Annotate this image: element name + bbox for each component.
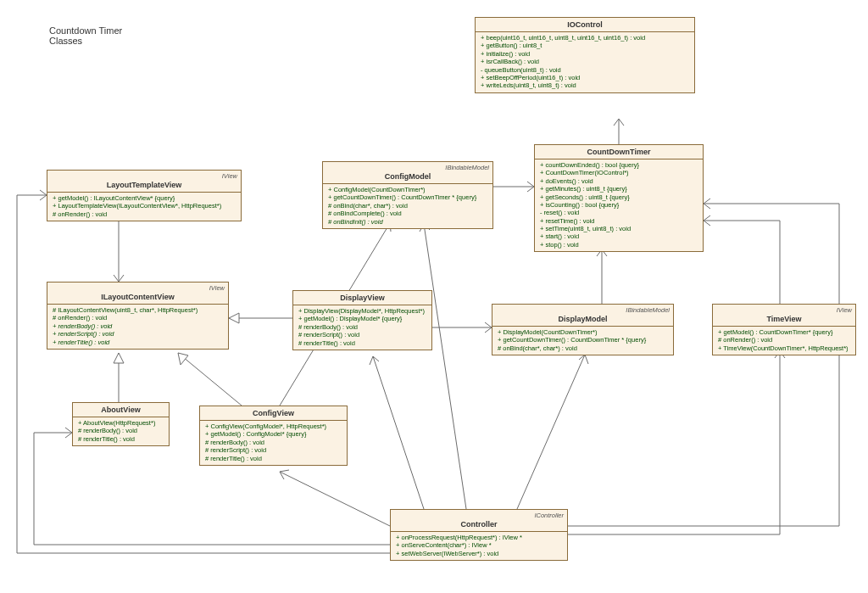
class-name: TimeView bbox=[713, 305, 855, 327]
class-members: # ILayoutContentView(uint8_t, char*, Htt… bbox=[47, 305, 228, 349]
class-members: + countDownEnded() : bool {query} + Coun… bbox=[535, 159, 703, 251]
class-countdowntimer: CountDownTimer + countDownEnded() : bool… bbox=[534, 144, 704, 252]
class-name: ConfigView bbox=[200, 406, 347, 421]
class-members: + onProcessRequest(HttpRequest*) : IView… bbox=[391, 532, 567, 560]
class-displayview: DisplayView + DisplayView(DisplayModel*,… bbox=[292, 290, 432, 350]
class-name: ILayoutContentView bbox=[47, 283, 228, 305]
class-layouttemplateview: IView LayoutTemplateView + getModel() : … bbox=[47, 170, 242, 221]
class-ilayoutcontentview: IView ILayoutContentView # ILayoutConten… bbox=[47, 282, 229, 350]
svg-line-13 bbox=[373, 356, 424, 509]
class-name: AboutView bbox=[73, 403, 169, 417]
class-iocontrol: IOControl + beep(uint16_t, uint16_t, uin… bbox=[475, 17, 695, 93]
class-name: DisplayView bbox=[293, 291, 431, 305]
stereotype-label: IBindableModel bbox=[626, 306, 670, 314]
class-members: + getModel() : ILayoutContentView* {quer… bbox=[47, 193, 241, 221]
stereotype-label: IView bbox=[837, 306, 852, 314]
class-members: + DisplayModel(CountDownTimer*) + getCou… bbox=[492, 327, 673, 355]
class-members: + beep(uint16_t, uint16_t, uint8_t, uint… bbox=[476, 32, 694, 92]
class-name: CountDownTimer bbox=[535, 145, 703, 159]
svg-line-10 bbox=[178, 353, 242, 406]
svg-marker-7 bbox=[229, 313, 239, 323]
title-line-2: Classes bbox=[49, 36, 122, 46]
title-line-1: Countdown Timer bbox=[49, 25, 122, 36]
svg-line-14 bbox=[517, 355, 585, 509]
svg-marker-11 bbox=[178, 353, 188, 365]
class-configmodel: IBindableModel ConfigModel + ConfigModel… bbox=[322, 161, 493, 229]
stereotype-label: IController bbox=[534, 512, 564, 519]
class-members: + DisplayView(DisplayModel*, HttpRequest… bbox=[293, 305, 431, 350]
svg-line-15 bbox=[424, 224, 466, 509]
class-members: + ConfigModel(CountDownTimer*) + getCoun… bbox=[323, 184, 492, 228]
class-timeview: IView TimeView + getModel() : CountDownT… bbox=[712, 304, 856, 355]
class-members: + AboutView(HttpRequest*) # renderBody()… bbox=[73, 417, 169, 445]
class-aboutview: AboutView + AboutView(HttpRequest*) # re… bbox=[72, 402, 170, 446]
svg-line-12 bbox=[280, 472, 390, 526]
class-name: LayoutTemplateView bbox=[47, 171, 241, 193]
class-controller: IController Controller + onProcessReques… bbox=[390, 509, 568, 561]
class-name: IOControl bbox=[476, 18, 694, 32]
stereotype-label: IBindableModel bbox=[445, 164, 489, 171]
diagram-title: Countdown Timer Classes bbox=[49, 25, 122, 46]
class-members: + getModel() : CountDownTimer* {query} #… bbox=[713, 327, 855, 355]
stereotype-label: IView bbox=[209, 284, 225, 292]
svg-marker-9 bbox=[114, 353, 124, 363]
class-configview: ConfigView + ConfigView(ConfigModel*, Ht… bbox=[199, 406, 348, 466]
class-displaymodel: IBindableModel DisplayModel + DisplayMod… bbox=[492, 304, 674, 355]
class-members: + ConfigView(ConfigModel*, HttpRequest*)… bbox=[200, 421, 347, 465]
stereotype-label: IView bbox=[222, 172, 237, 180]
